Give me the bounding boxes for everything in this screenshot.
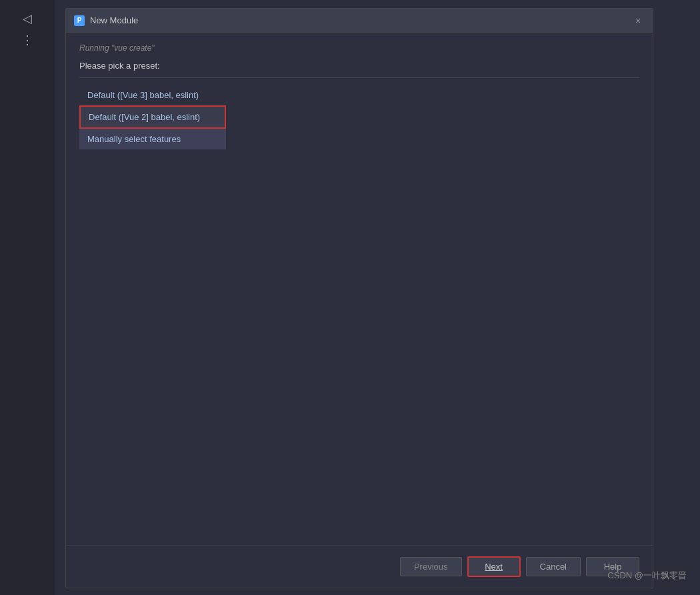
prompt-text: Please pick a preset: — [79, 61, 639, 71]
modal-titlebar: P New Module × — [66, 9, 653, 33]
previous-button[interactable]: Previous — [400, 557, 462, 576]
preset-item-manual[interactable]: Manually select features — [79, 129, 226, 149]
modal-content: Running "vue create" Please pick a prese… — [66, 33, 653, 545]
preset-item-vue3[interactable]: Default ([Vue 3] babel, eslint) — [79, 85, 226, 105]
divider — [79, 77, 639, 78]
running-text: Running "vue create" — [79, 43, 639, 53]
modal-app-icon: P — [74, 15, 85, 26]
next-button[interactable]: Next — [467, 556, 521, 577]
modal-dialog: P New Module × Running "vue create" Plea… — [65, 8, 653, 588]
csdn-watermark: CSDN @一叶飘零晋 — [607, 570, 687, 582]
preset-list: Default ([Vue 3] babel, eslint) Default … — [79, 85, 639, 149]
modal-close-button[interactable]: × — [631, 14, 645, 27]
cancel-button[interactable]: Cancel — [526, 557, 581, 576]
modal-overlay: P New Module × Running "vue create" Plea… — [0, 0, 700, 595]
modal-footer: Previous Next Cancel Help — [66, 545, 653, 588]
modal-title: New Module — [90, 15, 138, 25]
preset-item-vue2[interactable]: Default ([Vue 2] babel, eslint) — [79, 105, 226, 129]
modal-title-left: P New Module — [74, 15, 138, 26]
